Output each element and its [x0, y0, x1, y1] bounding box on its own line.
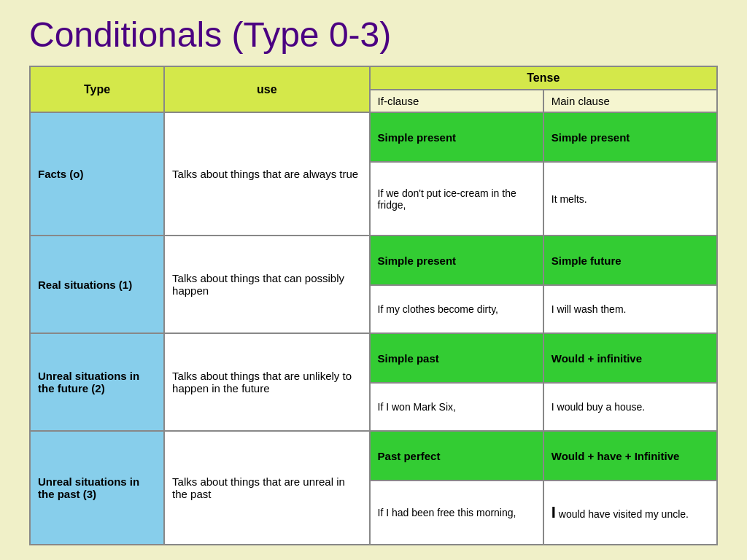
if-example-real: If my clothes become dirty,	[370, 285, 543, 333]
page-title: Conditionals (Type 0-3)	[29, 7, 718, 66]
table-row: Facts (o) Talks about things that are al…	[30, 112, 717, 162]
header-if-clause: If-clause	[370, 90, 543, 112]
use-facts: Talks about things that are always true	[164, 112, 370, 236]
main-header-row: Type use Tense	[30, 66, 717, 90]
table-row: Unreal situations in the past (3) Talks …	[30, 431, 717, 481]
main-example-facts: It melts.	[543, 162, 717, 236]
conditionals-table: Type use Tense If-clause Main clause Fac…	[29, 66, 718, 545]
type-unreal-future: Unreal situations in the future (2)	[30, 333, 164, 431]
if-tense-unreal-past: Past perfect	[370, 431, 543, 481]
header-type: Type	[30, 66, 164, 112]
main-tense-unreal-past: Would + have + Infinitive	[543, 431, 717, 481]
table-row: Unreal situations in the future (2) Talk…	[30, 333, 717, 383]
type-facts: Facts (o)	[30, 112, 164, 236]
if-example-unreal-future: If I won Mark Six,	[370, 383, 543, 431]
if-example-facts: If we don't put ice-cream in the fridge,	[370, 162, 543, 236]
type-unreal-past: Unreal situations in the past (3)	[30, 431, 164, 545]
main-example-real: I will wash them.	[543, 285, 717, 333]
if-tense-real: Simple present	[370, 236, 543, 285]
use-unreal-future: Talks about things that are unlikely to …	[164, 333, 370, 431]
header-main-clause: Main clause	[543, 90, 717, 112]
if-example-unreal-past: If I had been free this morning,	[370, 481, 543, 545]
main-tense-facts: Simple present	[543, 112, 717, 162]
main-tense-unreal-future: Would + infinitive	[543, 333, 717, 383]
main-example-unreal-future: I would buy a house.	[543, 383, 717, 431]
main-example-unreal-past: I would have visited my uncle.	[543, 481, 717, 545]
header-use: use	[164, 66, 370, 112]
type-real: Real situations (1)	[30, 236, 164, 333]
table-row: Real situations (1) Talks about things t…	[30, 236, 717, 285]
use-real: Talks about things that can possibly hap…	[164, 236, 370, 333]
header-tense: Tense	[370, 66, 717, 90]
if-tense-facts: Simple present	[370, 112, 543, 162]
main-tense-real: Simple future	[543, 236, 717, 285]
use-unreal-past: Talks about things that are unreal in th…	[164, 431, 370, 545]
if-tense-unreal-future: Simple past	[370, 333, 543, 383]
